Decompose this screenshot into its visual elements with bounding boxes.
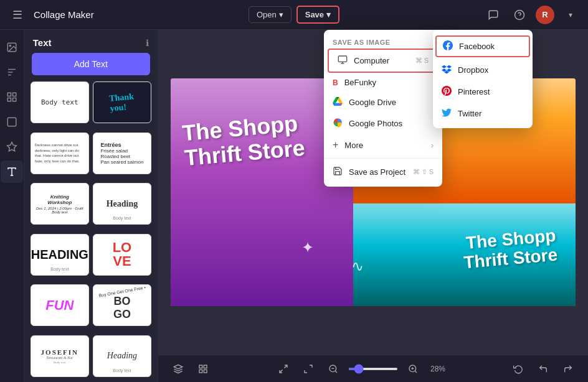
expand-button[interactable] bbox=[298, 359, 318, 379]
svg-rect-16 bbox=[199, 365, 202, 368]
fit-button[interactable] bbox=[273, 359, 293, 379]
save-more-label: More bbox=[344, 141, 363, 150]
more-facebook-item[interactable]: Facebook bbox=[435, 35, 530, 57]
befunky-icon: B bbox=[333, 78, 338, 87]
list-item[interactable]: Darkness cannot drive out darkness; only… bbox=[31, 133, 89, 174]
topbar: ☰ Collage Maker Open ▾ Save ▾ R ▾ bbox=[0, 0, 588, 30]
save-project-shortcut: ⌘ ⇧ S bbox=[413, 168, 434, 176]
sidebar-item-media[interactable] bbox=[1, 36, 23, 58]
plus-icon: + bbox=[333, 139, 338, 151]
zoom-slider[interactable] bbox=[348, 368, 398, 370]
chevron-right-icon: › bbox=[431, 141, 434, 150]
zoom-out-button[interactable] bbox=[323, 359, 343, 379]
gdrive-icon bbox=[333, 97, 343, 108]
svg-point-3 bbox=[9, 45, 11, 46]
sidebar-item-edit[interactable] bbox=[1, 61, 23, 83]
help-icon-button[interactable] bbox=[510, 5, 529, 25]
more-twitter-item[interactable]: Twitter bbox=[433, 103, 533, 124]
svg-rect-18 bbox=[204, 370, 207, 373]
sidebar-item-background[interactable] bbox=[1, 111, 23, 133]
text-grid: Body text Thankyou! Darkness cannot driv… bbox=[24, 82, 158, 382]
svg-rect-8 bbox=[12, 93, 16, 96]
info-icon[interactable]: ℹ bbox=[146, 38, 149, 48]
dropdown-divider bbox=[324, 158, 442, 159]
list-item[interactable]: Buy One Get One Free • BOGO bbox=[93, 284, 151, 326]
save-computer-label: Computer bbox=[354, 56, 389, 65]
save-project-label: Save as Project bbox=[349, 167, 405, 177]
add-text-button[interactable]: Add Text bbox=[32, 53, 150, 75]
topbar-left: ☰ Collage Maker bbox=[7, 5, 249, 25]
save-befunky-item[interactable]: B BeFunky bbox=[324, 73, 442, 92]
svg-marker-15 bbox=[174, 365, 182, 369]
dropbox-icon bbox=[442, 64, 452, 76]
chevron-down-icon: ▾ bbox=[279, 10, 283, 19]
bottom-toolbar: 28% bbox=[158, 355, 588, 382]
save-computer-shortcut: ⌘ S bbox=[415, 57, 429, 65]
save-button[interactable]: Save ▾ bbox=[296, 6, 339, 24]
decoration-squiggle: ✦ bbox=[301, 239, 314, 256]
svg-line-23 bbox=[335, 371, 337, 373]
undo-button[interactable] bbox=[533, 359, 553, 379]
redo-button[interactable] bbox=[558, 359, 578, 379]
sidebar-item-layout[interactable] bbox=[1, 86, 23, 108]
dropdown-section-label: Save as Image bbox=[324, 34, 442, 49]
left-panel: Text ℹ Add Text Body text Thankyou! Dark… bbox=[24, 30, 158, 382]
more-pinterest-label: Pinterest bbox=[458, 87, 490, 96]
grid-button[interactable] bbox=[193, 359, 213, 379]
layers-button[interactable] bbox=[168, 359, 188, 379]
svg-rect-29 bbox=[338, 56, 346, 62]
svg-rect-10 bbox=[7, 98, 11, 101]
more-dropbox-item[interactable]: Dropbox bbox=[433, 59, 533, 81]
save-computer-item[interactable]: Computer ⌘ S bbox=[328, 49, 439, 73]
list-item[interactable]: Heading Body text bbox=[93, 335, 151, 377]
list-item[interactable]: Thankyou! bbox=[93, 82, 151, 123]
list-item[interactable]: Entrées Frisée salad Roasted beet Pan se… bbox=[93, 133, 151, 174]
save-gphotos-label: Google Photos bbox=[349, 119, 402, 128]
save-dropdown: Save as Image Computer ⌘ S B BeFunky Goo… bbox=[324, 30, 442, 187]
sidebar-item-graphics[interactable] bbox=[1, 136, 23, 158]
pinterest-icon bbox=[442, 86, 452, 98]
menu-button[interactable]: ☰ bbox=[7, 5, 27, 25]
save-gphotos-item[interactable]: Google Photos bbox=[324, 113, 442, 134]
panel-header: Text ℹ bbox=[24, 30, 158, 53]
avatar[interactable]: R bbox=[536, 6, 554, 24]
app-title: Collage Maker bbox=[34, 9, 94, 20]
canvas-text-main: The ShoppThrift Store bbox=[181, 111, 306, 170]
svg-rect-17 bbox=[204, 365, 207, 368]
zoom-percentage: 28% bbox=[428, 365, 448, 373]
topbar-right: R ▾ bbox=[339, 5, 581, 25]
list-item[interactable]: Body text bbox=[31, 82, 89, 123]
list-item[interactable]: LOVE bbox=[93, 234, 151, 276]
save-project-item[interactable]: Save as Project ⌘ ⇧ S bbox=[324, 161, 442, 183]
save-gdrive-label: Google Drive bbox=[349, 98, 396, 107]
svg-rect-19 bbox=[199, 370, 202, 373]
rotate-button[interactable] bbox=[508, 359, 528, 379]
account-chevron-button[interactable]: ▾ bbox=[561, 5, 581, 25]
more-submenu: Facebook Dropbox Pinterest Twitter bbox=[433, 30, 533, 128]
list-item[interactable]: HEADING Body text bbox=[31, 234, 89, 276]
icon-sidebar bbox=[0, 30, 24, 382]
list-item[interactable]: Heading Body text bbox=[93, 183, 151, 225]
zoom-in-button[interactable] bbox=[403, 359, 423, 379]
save-gdrive-item[interactable]: Google Drive bbox=[324, 92, 442, 113]
svg-line-21 bbox=[280, 370, 283, 373]
svg-rect-11 bbox=[7, 118, 16, 126]
save-more-item[interactable]: + More › bbox=[324, 134, 442, 156]
open-button[interactable]: Open ▾ bbox=[249, 6, 292, 23]
sidebar-item-text[interactable] bbox=[1, 161, 23, 183]
chat-icon-button[interactable] bbox=[483, 5, 503, 25]
more-pinterest-item[interactable]: Pinterest bbox=[433, 81, 533, 103]
svg-line-20 bbox=[284, 365, 287, 368]
more-twitter-label: Twitter bbox=[458, 109, 481, 118]
more-dropbox-label: Dropbox bbox=[458, 65, 488, 75]
topbar-center: Open ▾ Save ▾ bbox=[249, 6, 339, 24]
svg-marker-12 bbox=[7, 142, 16, 151]
list-item[interactable]: JOSEFIN Restaurant & Bar Body text bbox=[31, 335, 89, 377]
list-item[interactable]: FUN bbox=[31, 284, 89, 326]
save-project-icon bbox=[333, 166, 343, 178]
svg-rect-9 bbox=[12, 98, 16, 101]
svg-rect-7 bbox=[7, 93, 11, 96]
list-item[interactable]: Knitting Workshop Dec 1, 2024 | 2:00pm ·… bbox=[31, 183, 89, 225]
twitter-icon bbox=[442, 108, 452, 119]
save-befunky-label: BeFunky bbox=[344, 78, 376, 87]
